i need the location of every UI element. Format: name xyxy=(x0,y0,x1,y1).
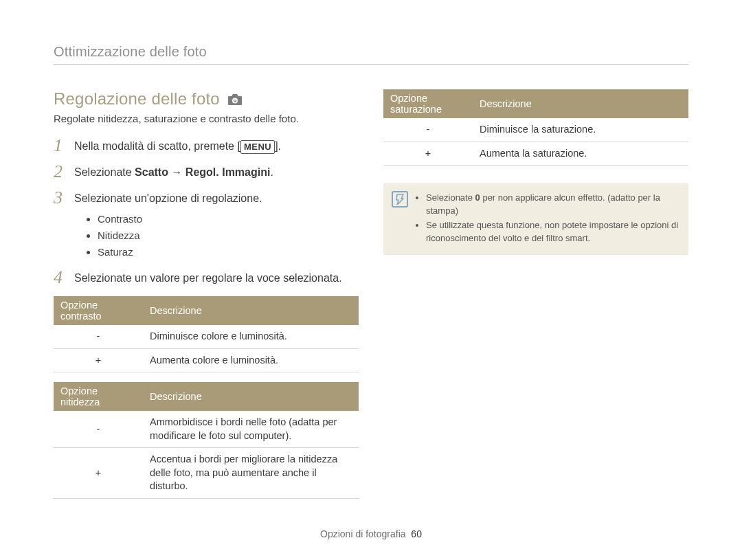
table-row: - Ammorbidisce i bordi nelle foto (adatt… xyxy=(54,411,359,448)
cell-description: Ammorbidisce i bordi nelle foto (adatta … xyxy=(143,411,359,448)
th-option: Opzione saturazione xyxy=(383,89,473,118)
th-description: Descrizione xyxy=(143,296,359,325)
bullet-item: Nitidezza xyxy=(98,227,359,244)
bullet-item: Contrasto xyxy=(98,211,359,227)
table-row: + Accentua i bordi per migliorare la nit… xyxy=(54,448,359,499)
step-2: 2 Selezionate Scatto → Regol. Immagini. xyxy=(54,163,359,181)
th-description: Descrizione xyxy=(473,89,688,118)
cell-description: Aumenta la saturazione. xyxy=(473,142,688,166)
cell-option: + xyxy=(383,142,473,166)
cell-description: Diminuisce la saturazione. xyxy=(473,118,688,142)
step-text: Selezionate un valore per regolare la vo… xyxy=(74,269,342,286)
step-text: Selezionate Scatto → Regol. Immagini. xyxy=(74,163,273,180)
th-option: Opzione nitidezza xyxy=(54,382,143,411)
table-nitidezza: Opzione nitidezza Descrizione - Ammorbid… xyxy=(54,382,359,499)
table-row: + Aumenta colore e luminosità. xyxy=(54,348,359,372)
cell-description: Diminuisce colore e luminosità. xyxy=(143,325,359,348)
table-row: + Aumenta la saturazione. xyxy=(383,142,688,166)
info-item: Se utilizzate questa funzione, non potet… xyxy=(426,219,679,245)
info-icon xyxy=(392,191,408,208)
cell-option: - xyxy=(383,118,473,142)
th-description: Descrizione xyxy=(143,382,359,411)
page-footer: Opzioni di fotografia 60 xyxy=(0,528,742,539)
cell-option: + xyxy=(54,448,143,499)
cell-option: - xyxy=(54,325,143,348)
footer-label: Opzioni di fotografia xyxy=(320,528,406,539)
table-saturazione: Opzione saturazione Descrizione - Diminu… xyxy=(383,89,688,166)
step-4: 4 Selezionate un valore per regolare la … xyxy=(54,269,359,287)
info-item: Selezionate 0 per non applicare alcun ef… xyxy=(426,192,679,218)
section-subtitle: Regolate nitidezza, saturazione e contra… xyxy=(54,113,359,124)
divider xyxy=(54,64,688,65)
cell-description: Accentua i bordi per migliorare la nitid… xyxy=(143,448,359,499)
step-number: 4 xyxy=(54,269,66,287)
cell-option: + xyxy=(54,348,143,372)
table-contrasto: Opzione contrasto Descrizione - Diminuis… xyxy=(54,296,359,372)
info-box: Selezionate 0 per non applicare alcun ef… xyxy=(383,183,688,254)
camera-icon: P xyxy=(227,93,243,106)
th-option: Opzione contrasto xyxy=(54,296,143,325)
page-number: 60 xyxy=(411,528,422,539)
cell-description: Aumenta colore e luminosità. xyxy=(143,348,359,372)
left-column: Regolazione delle foto P Regolate nitide… xyxy=(54,89,359,499)
step-number: 3 xyxy=(54,189,66,207)
step-3-bullets: Contrasto Nitidezza Saturaz xyxy=(85,211,359,260)
step-number: 1 xyxy=(54,137,66,155)
step-number: 2 xyxy=(54,163,66,181)
menu-button-label: MENU xyxy=(240,140,275,154)
table-row: - Diminuisce colore e luminosità. xyxy=(54,325,359,348)
table-row: - Diminuisce la saturazione. xyxy=(383,118,688,142)
step-text: Selezionate un'opzione di regolazione. xyxy=(74,189,262,206)
step-text: Nella modalità di scatto, premete [MENU]… xyxy=(74,137,281,154)
breadcrumb-header: Ottimizzazione delle foto xyxy=(54,44,688,60)
bullet-item: Saturaz xyxy=(98,244,359,260)
cell-option: - xyxy=(54,411,143,448)
step-3: 3 Selezionate un'opzione di regolazione. xyxy=(54,189,359,207)
step-1: 1 Nella modalità di scatto, premete [MEN… xyxy=(54,137,359,155)
section-title: Regolazione delle foto xyxy=(54,89,220,109)
right-column: Opzione saturazione Descrizione - Diminu… xyxy=(383,89,688,499)
